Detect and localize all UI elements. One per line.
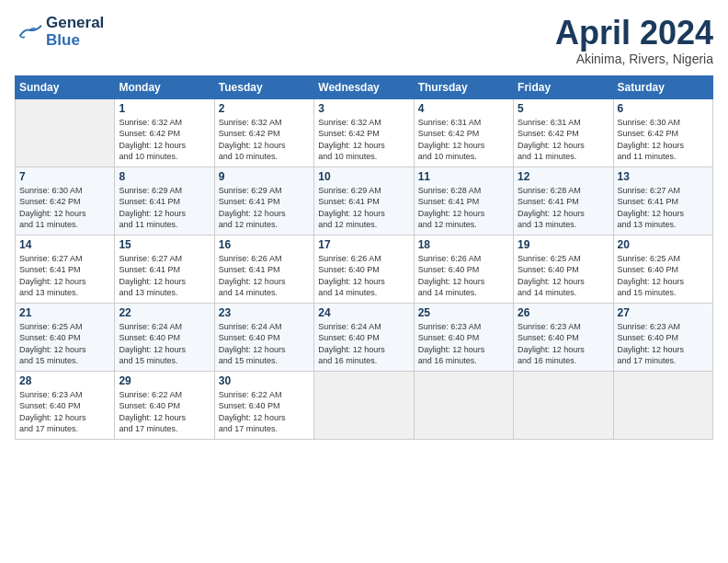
location: Akinima, Rivers, Nigeria: [555, 52, 713, 66]
day-number: 16: [219, 238, 310, 251]
week-row-1: 7Sunrise: 6:30 AM Sunset: 6:42 PM Daylig…: [16, 167, 713, 235]
day-number: 10: [318, 170, 409, 183]
day-header-sunday: Sunday: [16, 75, 115, 98]
day-info: Sunrise: 6:25 AM Sunset: 6:40 PM Dayligh…: [19, 321, 110, 367]
day-number: 6: [618, 102, 709, 115]
month-title: April 2024: [555, 15, 713, 52]
title-block: April 2024 Akinima, Rivers, Nigeria: [555, 15, 713, 66]
day-header-friday: Friday: [514, 75, 613, 98]
calendar-cell: 21Sunrise: 6:25 AM Sunset: 6:40 PM Dayli…: [16, 303, 115, 371]
day-info: Sunrise: 6:23 AM Sunset: 6:40 PM Dayligh…: [618, 321, 709, 367]
day-number: 24: [318, 306, 409, 319]
day-number: 17: [318, 238, 409, 251]
day-info: Sunrise: 6:28 AM Sunset: 6:41 PM Dayligh…: [418, 185, 509, 231]
day-number: 20: [618, 238, 709, 251]
logo: General Blue: [15, 15, 104, 49]
day-number: 1: [119, 102, 210, 115]
day-info: Sunrise: 6:23 AM Sunset: 6:40 PM Dayligh…: [19, 389, 110, 435]
day-header-thursday: Thursday: [414, 75, 513, 98]
day-number: 25: [418, 306, 509, 319]
day-info: Sunrise: 6:25 AM Sunset: 6:40 PM Dayligh…: [618, 253, 709, 299]
day-number: 15: [119, 238, 210, 251]
calendar-table: SundayMondayTuesdayWednesdayThursdayFrid…: [15, 75, 713, 440]
calendar-cell: [314, 371, 414, 439]
calendar-cell: 15Sunrise: 6:27 AM Sunset: 6:41 PM Dayli…: [115, 235, 214, 303]
week-row-0: 1Sunrise: 6:32 AM Sunset: 6:42 PM Daylig…: [16, 98, 713, 167]
calendar-cell: [16, 98, 115, 167]
day-number: 28: [19, 374, 110, 387]
day-number: 18: [418, 238, 509, 251]
day-number: 23: [219, 306, 310, 319]
calendar-cell: 23Sunrise: 6:24 AM Sunset: 6:40 PM Dayli…: [214, 303, 313, 371]
calendar-cell: 17Sunrise: 6:26 AM Sunset: 6:40 PM Dayli…: [314, 235, 414, 303]
calendar-cell: 24Sunrise: 6:24 AM Sunset: 6:40 PM Dayli…: [314, 303, 414, 371]
day-info: Sunrise: 6:26 AM Sunset: 6:40 PM Dayligh…: [418, 253, 509, 299]
week-row-4: 28Sunrise: 6:23 AM Sunset: 6:40 PM Dayli…: [16, 371, 713, 439]
calendar-cell: 30Sunrise: 6:22 AM Sunset: 6:40 PM Dayli…: [214, 371, 313, 439]
calendar-cell: 4Sunrise: 6:31 AM Sunset: 6:42 PM Daylig…: [414, 98, 513, 167]
calendar-cell: [414, 371, 513, 439]
calendar-cell: 26Sunrise: 6:23 AM Sunset: 6:40 PM Dayli…: [514, 303, 613, 371]
calendar-cell: 25Sunrise: 6:23 AM Sunset: 6:40 PM Dayli…: [414, 303, 513, 371]
calendar-cell: 19Sunrise: 6:25 AM Sunset: 6:40 PM Dayli…: [514, 235, 613, 303]
calendar-cell: 13Sunrise: 6:27 AM Sunset: 6:41 PM Dayli…: [613, 167, 712, 235]
calendar-cell: 16Sunrise: 6:26 AM Sunset: 6:41 PM Dayli…: [214, 235, 313, 303]
day-info: Sunrise: 6:23 AM Sunset: 6:40 PM Dayligh…: [418, 321, 509, 367]
day-info: Sunrise: 6:22 AM Sunset: 6:40 PM Dayligh…: [219, 389, 310, 435]
day-info: Sunrise: 6:31 AM Sunset: 6:42 PM Dayligh…: [518, 117, 609, 163]
day-number: 4: [418, 102, 509, 115]
day-number: 13: [618, 170, 709, 183]
day-info: Sunrise: 6:22 AM Sunset: 6:40 PM Dayligh…: [119, 389, 210, 435]
day-info: Sunrise: 6:27 AM Sunset: 6:41 PM Dayligh…: [19, 253, 110, 299]
day-number: 8: [119, 170, 210, 183]
day-info: Sunrise: 6:27 AM Sunset: 6:41 PM Dayligh…: [618, 185, 709, 231]
calendar-cell: 6Sunrise: 6:30 AM Sunset: 6:42 PM Daylig…: [613, 98, 712, 167]
calendar-cell: 27Sunrise: 6:23 AM Sunset: 6:40 PM Dayli…: [613, 303, 712, 371]
calendar-cell: [613, 371, 712, 439]
day-info: Sunrise: 6:30 AM Sunset: 6:42 PM Dayligh…: [19, 185, 110, 231]
calendar-cell: 9Sunrise: 6:29 AM Sunset: 6:41 PM Daylig…: [214, 167, 313, 235]
day-info: Sunrise: 6:25 AM Sunset: 6:40 PM Dayligh…: [518, 253, 609, 299]
calendar-cell: 14Sunrise: 6:27 AM Sunset: 6:41 PM Dayli…: [16, 235, 115, 303]
calendar-cell: 11Sunrise: 6:28 AM Sunset: 6:41 PM Dayli…: [414, 167, 513, 235]
day-number: 12: [518, 170, 609, 183]
day-info: Sunrise: 6:26 AM Sunset: 6:40 PM Dayligh…: [318, 253, 409, 299]
calendar-cell: 10Sunrise: 6:29 AM Sunset: 6:41 PM Dayli…: [314, 167, 414, 235]
day-header-tuesday: Tuesday: [214, 75, 313, 98]
day-info: Sunrise: 6:29 AM Sunset: 6:41 PM Dayligh…: [318, 185, 409, 231]
day-number: 3: [318, 102, 409, 115]
logo-text-general: General: [46, 15, 104, 32]
day-header-monday: Monday: [115, 75, 214, 98]
day-number: 14: [19, 238, 110, 251]
calendar-cell: 12Sunrise: 6:28 AM Sunset: 6:41 PM Dayli…: [514, 167, 613, 235]
day-info: Sunrise: 6:26 AM Sunset: 6:41 PM Dayligh…: [219, 253, 310, 299]
day-number: 19: [518, 238, 609, 251]
day-info: Sunrise: 6:30 AM Sunset: 6:42 PM Dayligh…: [618, 117, 709, 163]
day-info: Sunrise: 6:32 AM Sunset: 6:42 PM Dayligh…: [318, 117, 409, 163]
calendar-cell: 5Sunrise: 6:31 AM Sunset: 6:42 PM Daylig…: [514, 98, 613, 167]
day-header-wednesday: Wednesday: [314, 75, 414, 98]
day-info: Sunrise: 6:28 AM Sunset: 6:41 PM Dayligh…: [518, 185, 609, 231]
page: General Blue April 2024 Akinima, Rivers,…: [0, 0, 728, 563]
day-info: Sunrise: 6:24 AM Sunset: 6:40 PM Dayligh…: [318, 321, 409, 367]
calendar-cell: 29Sunrise: 6:22 AM Sunset: 6:40 PM Dayli…: [115, 371, 214, 439]
day-info: Sunrise: 6:29 AM Sunset: 6:41 PM Dayligh…: [119, 185, 210, 231]
day-number: 2: [219, 102, 310, 115]
day-info: Sunrise: 6:24 AM Sunset: 6:40 PM Dayligh…: [119, 321, 210, 367]
day-number: 27: [618, 306, 709, 319]
day-number: 26: [518, 306, 609, 319]
calendar-cell: 22Sunrise: 6:24 AM Sunset: 6:40 PM Dayli…: [115, 303, 214, 371]
calendar-cell: 1Sunrise: 6:32 AM Sunset: 6:42 PM Daylig…: [115, 98, 214, 167]
header-row: SundayMondayTuesdayWednesdayThursdayFrid…: [16, 75, 713, 98]
calendar-cell: 2Sunrise: 6:32 AM Sunset: 6:42 PM Daylig…: [214, 98, 313, 167]
logo-icon: [15, 23, 42, 41]
day-info: Sunrise: 6:24 AM Sunset: 6:40 PM Dayligh…: [219, 321, 310, 367]
calendar-cell: 18Sunrise: 6:26 AM Sunset: 6:40 PM Dayli…: [414, 235, 513, 303]
day-info: Sunrise: 6:31 AM Sunset: 6:42 PM Dayligh…: [418, 117, 509, 163]
day-number: 9: [219, 170, 310, 183]
day-number: 21: [19, 306, 110, 319]
day-info: Sunrise: 6:27 AM Sunset: 6:41 PM Dayligh…: [119, 253, 210, 299]
day-info: Sunrise: 6:29 AM Sunset: 6:41 PM Dayligh…: [219, 185, 310, 231]
day-header-saturday: Saturday: [613, 75, 712, 98]
calendar-cell: 28Sunrise: 6:23 AM Sunset: 6:40 PM Dayli…: [16, 371, 115, 439]
